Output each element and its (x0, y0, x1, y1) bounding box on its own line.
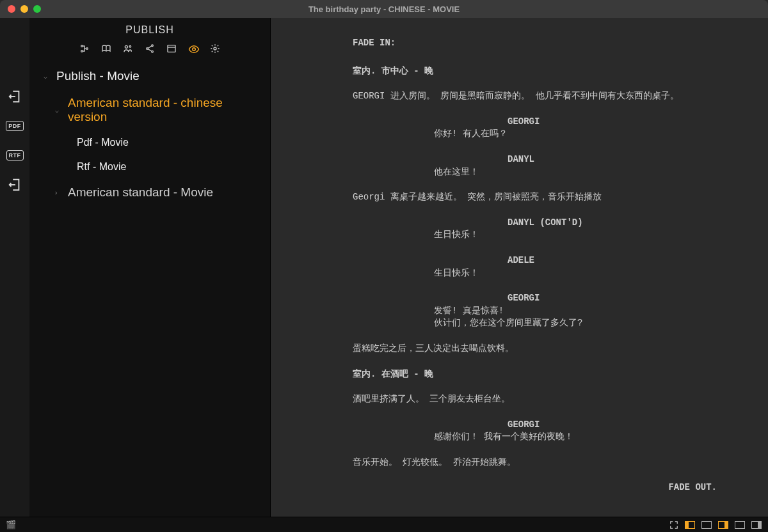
svg-point-7 (152, 51, 154, 52)
dialogue-line: 伙计们，您在这个房间里藏了多久了? (434, 317, 639, 330)
eye-icon[interactable] (188, 43, 198, 54)
svg-rect-8 (168, 45, 175, 52)
share-icon[interactable] (145, 43, 155, 54)
left-rail: PDF RTF (0, 18, 29, 517)
sidebar: PUBLISH ⌵ (29, 18, 270, 517)
tree-label: American standard - Movie (68, 185, 213, 199)
tree-icon[interactable] (79, 43, 90, 54)
chevron-right-icon: › (55, 189, 64, 196)
chevron-down-icon: ⌵ (55, 107, 64, 114)
tree-label: Publish - Movie (56, 69, 140, 83)
svg-point-0 (81, 45, 83, 47)
fullscreen-icon[interactable] (669, 520, 678, 529)
sidebar-header: PUBLISH (29, 24, 270, 36)
action-line: GEORGI 进入房间。 房间是黑暗而寂静的。 他几乎看不到中间有大东西的桌子。 (353, 90, 730, 103)
rtf-badge-icon[interactable]: RTF (8, 148, 22, 162)
character-cue: GEORGI (508, 419, 730, 432)
svg-point-6 (147, 48, 148, 50)
close-window-button[interactable] (8, 5, 15, 13)
scene-heading: 室内. 在酒吧 - 晚 (353, 368, 730, 381)
panel-icon[interactable] (166, 43, 177, 54)
layout-left-panel-button[interactable] (685, 521, 695, 529)
export-alt-icon[interactable] (8, 178, 22, 192)
book-icon[interactable] (101, 43, 111, 54)
users-icon[interactable] (123, 43, 133, 54)
script-content: FADE IN: 室内. 市中心 - 晚 GEORGI 进入房间。 房间是黑暗而… (270, 18, 768, 517)
gear-icon[interactable] (210, 43, 220, 54)
svg-point-10 (214, 47, 216, 50)
action-line: 音乐开始。 灯光较低。 乔治开始跳舞。 (353, 457, 730, 469)
tree-label: American standard - chinese version (68, 96, 265, 124)
dialogue-line: 生日快乐！ (434, 229, 639, 242)
dialogue-line: 生日快乐！ (434, 267, 639, 280)
publish-tree: ⌵ Publish - Movie ⌵ American standard - … (29, 63, 270, 206)
tree-item-american-chinese[interactable]: ⌵ American standard - chinese version (37, 90, 270, 130)
tree-item-rtf-movie[interactable]: Rtf - Movie (37, 155, 270, 179)
clapperboard-icon[interactable]: 🎬 (6, 520, 15, 529)
svg-point-5 (152, 45, 154, 47)
minimize-window-button[interactable] (20, 5, 28, 13)
tree-label: Rtf - Movie (77, 161, 126, 173)
bottom-bar: 🎬 (0, 517, 768, 532)
dialogue-line: 感谢你们！ 我有一个美好的夜晚！ (434, 431, 639, 444)
layout-none-button[interactable] (701, 521, 712, 529)
layout-none-button-2[interactable] (735, 521, 745, 529)
dialogue-line: 他在这里！ (434, 166, 639, 179)
titlebar: The birthday party - CHINESE - MOVIE (0, 0, 768, 18)
sidebar-toolbar (29, 43, 270, 54)
character-cue: GEORGI (508, 292, 730, 305)
svg-point-2 (86, 48, 88, 50)
character-cue: GEORGI (508, 116, 730, 129)
traffic-lights (8, 5, 41, 13)
svg-point-3 (125, 45, 127, 48)
svg-point-1 (81, 51, 83, 52)
maximize-window-button[interactable] (33, 5, 41, 13)
chevron-down-icon: ⌵ (44, 73, 52, 80)
window-title: The birthday party - CHINESE - MOVIE (308, 4, 460, 14)
pdf-badge-icon[interactable]: PDF (8, 119, 22, 133)
dialogue-line: 你好! 有人在吗？ (434, 128, 639, 141)
layout-split-button[interactable] (751, 521, 762, 529)
character-cue: DANYL (CONT'D) (508, 217, 730, 230)
svg-point-4 (129, 45, 131, 47)
character-cue: ADELE (508, 254, 730, 267)
layout-right-panel-button[interactable] (718, 521, 728, 529)
fade-out: FADE OUT. (309, 481, 717, 494)
tree-item-pdf-movie[interactable]: Pdf - Movie (37, 130, 270, 155)
svg-point-9 (193, 48, 196, 51)
dialogue-line: 发誓! 真是惊喜! (434, 305, 639, 318)
fade-in: FADE IN: (353, 37, 730, 50)
action-line: 酒吧里挤满了人。 三个朋友去柜台坐。 (353, 393, 730, 406)
tree-item-american-movie[interactable]: › American standard - Movie (37, 179, 270, 206)
tree-label: Pdf - Movie (77, 137, 129, 148)
tree-item-publish-movie[interactable]: ⌵ Publish - Movie (37, 63, 270, 90)
export-icon[interactable] (8, 90, 22, 104)
action-line: 蛋糕吃完之后，三人决定出去喝点饮料。 (353, 343, 730, 356)
scene-heading: 室内. 市中心 - 晚 (353, 65, 730, 78)
character-cue: DANYL (508, 153, 730, 166)
action-line: Georgi 离桌子越来越近。 突然，房间被照亮，音乐开始播放 (353, 191, 730, 204)
